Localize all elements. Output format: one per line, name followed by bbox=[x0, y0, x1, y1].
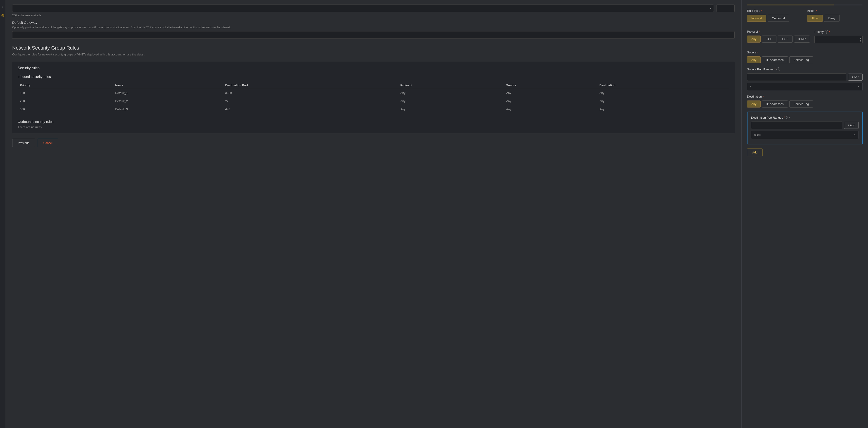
cell-source: Any bbox=[504, 89, 597, 97]
source-buttons: Any IP Addresses Service Tag bbox=[747, 56, 863, 63]
section-title: Network Security Group Rules bbox=[12, 45, 735, 51]
section-desc: Configure the rules for network security… bbox=[12, 53, 735, 56]
action-label: Action * bbox=[807, 9, 863, 12]
dest-port-input[interactable] bbox=[751, 121, 842, 129]
default-gateway-desc: Optionally provide the address of the ga… bbox=[12, 26, 735, 29]
source-port-add-button[interactable]: + Add bbox=[848, 74, 863, 81]
protocol-buttons: Any TCP UCP ICMP bbox=[747, 35, 810, 42]
cell-priority: 200 bbox=[18, 97, 113, 105]
cell-priority: 100 bbox=[18, 89, 113, 97]
source-required: * bbox=[757, 51, 758, 54]
main-content: ▾ 0 256 addresses available Default Gate… bbox=[5, 0, 741, 428]
btn-ucp[interactable]: UCP bbox=[778, 35, 793, 42]
previous-button[interactable]: Previous bbox=[12, 139, 35, 147]
dest-port-tag: 8080 × bbox=[751, 131, 859, 139]
dest-port-tag-remove[interactable]: × bbox=[854, 133, 856, 137]
inbound-rules-table: Priority Name Destination Port Protocol … bbox=[18, 82, 729, 113]
priority-input[interactable]: 400 bbox=[814, 36, 863, 43]
dest-port-info-icon[interactable]: i bbox=[786, 116, 789, 119]
source-port-input-row: + Add bbox=[747, 73, 863, 81]
cell-source: Any bbox=[504, 105, 597, 113]
destination-required: * bbox=[763, 95, 764, 98]
source-label: Source * bbox=[747, 51, 863, 54]
btn-any-protocol[interactable]: Any bbox=[747, 35, 761, 42]
btn-source-tag[interactable]: Service Tag bbox=[789, 56, 813, 63]
source-port-ranges-section: Source Port Ranges * i + Add * × bbox=[747, 67, 863, 91]
btn-outbound[interactable]: Outbound bbox=[768, 15, 789, 22]
cell-dest-port: 443 bbox=[223, 105, 398, 113]
col-destination: Destination bbox=[597, 82, 729, 89]
rule-type-action-row: Rule Type * Inbound Outbound Action * Al… bbox=[747, 9, 863, 26]
action-buttons: Allow Deny bbox=[807, 15, 863, 22]
number-input[interactable]: 0 bbox=[716, 4, 735, 12]
col-protocol: Protocol bbox=[398, 82, 504, 89]
btn-dest-tag[interactable]: Service Tag bbox=[789, 101, 813, 108]
protocol-priority-row: Protocol * Any TCP UCP ICMP Priority i *… bbox=[747, 30, 863, 47]
gateway-input[interactable] bbox=[12, 31, 735, 39]
destination-section: Destination * Any IP Addresses Service T… bbox=[747, 95, 863, 108]
col-dest-port: Destination Port bbox=[223, 82, 398, 89]
security-rules-container: Security rules Inbound security rules Pr… bbox=[12, 62, 735, 133]
btn-dest-ip[interactable]: IP Addresses bbox=[762, 101, 788, 108]
cancel-button[interactable]: Cancel bbox=[38, 139, 58, 147]
security-rules-title: Security rules bbox=[18, 66, 729, 70]
addresses-hint: 256 addresses available bbox=[12, 14, 735, 17]
priority-up-icon[interactable]: ▲ bbox=[860, 37, 862, 39]
cell-name: Default_2 bbox=[113, 97, 223, 105]
btn-deny[interactable]: Deny bbox=[824, 15, 839, 22]
col-priority: Priority bbox=[18, 82, 113, 89]
outbound-section-title: Outbound security rules bbox=[18, 120, 729, 123]
default-gateway-label: Default Gateway bbox=[12, 21, 735, 24]
progress-bar bbox=[747, 4, 863, 5]
cell-destination: Any bbox=[597, 89, 729, 97]
bottom-buttons: Previous Cancel bbox=[12, 139, 735, 147]
btn-inbound[interactable]: Inbound bbox=[747, 15, 766, 22]
priority-input-wrapper: 400 ▲ ▼ bbox=[814, 36, 863, 43]
dest-port-tag-value: 8080 bbox=[754, 133, 761, 137]
cell-protocol: Any bbox=[398, 97, 504, 105]
source-port-tag-remove[interactable]: × bbox=[858, 85, 860, 89]
dest-port-add-button[interactable]: + Add bbox=[844, 122, 859, 129]
source-port-info-icon[interactable]: i bbox=[776, 67, 780, 71]
table-row: 200 Default_2 22 Any Any Any bbox=[18, 97, 729, 105]
protocol-label: Protocol * bbox=[747, 30, 810, 33]
subnet-select[interactable] bbox=[12, 4, 714, 12]
dest-port-label: Destination Port Ranges * i bbox=[751, 116, 859, 119]
rule-type-label: Rule Type * bbox=[747, 9, 803, 12]
priority-spinners: ▲ ▼ bbox=[860, 37, 862, 42]
btn-source-any[interactable]: Any bbox=[747, 56, 761, 63]
btn-tcp[interactable]: TCP bbox=[762, 35, 776, 42]
inbound-section-title: Inbound security rules bbox=[18, 75, 729, 79]
source-section: Source * Any IP Addresses Service Tag bbox=[747, 51, 863, 63]
protocol-col: Protocol * Any TCP UCP ICMP bbox=[747, 30, 810, 47]
col-name: Name bbox=[113, 82, 223, 89]
no-rules-text: There are no rules bbox=[18, 125, 729, 129]
source-port-required: * bbox=[774, 68, 776, 71]
priority-info-icon[interactable]: i bbox=[825, 30, 828, 33]
add-icon[interactable]: ⊕ bbox=[1, 13, 4, 18]
cell-name: Default_3 bbox=[113, 105, 223, 113]
btn-icmp[interactable]: ICMP bbox=[794, 35, 810, 42]
chevron-right-icon[interactable]: › bbox=[2, 4, 3, 9]
dest-port-required: * bbox=[784, 116, 785, 119]
source-port-input[interactable] bbox=[747, 73, 846, 81]
add-rule-button[interactable]: Add bbox=[747, 148, 763, 156]
priority-required: * bbox=[829, 30, 830, 33]
priority-col: Priority i * 400 ▲ ▼ bbox=[814, 30, 863, 47]
btn-dest-any[interactable]: Any bbox=[747, 101, 761, 108]
dest-port-input-row: + Add bbox=[751, 121, 859, 129]
priority-label: Priority i * bbox=[814, 30, 863, 33]
priority-down-icon[interactable]: ▼ bbox=[860, 39, 862, 42]
cell-name: Default_1 bbox=[113, 89, 223, 97]
btn-allow[interactable]: Allow bbox=[807, 15, 823, 22]
rule-type-required: * bbox=[761, 9, 762, 12]
cell-dest-port: 22 bbox=[223, 97, 398, 105]
destination-buttons: Any IP Addresses Service Tag bbox=[747, 101, 863, 108]
protocol-required: * bbox=[759, 30, 760, 33]
btn-source-ip[interactable]: IP Addresses bbox=[762, 56, 788, 63]
action-required: * bbox=[816, 9, 817, 12]
rule-type-buttons: Inbound Outbound bbox=[747, 15, 803, 22]
table-row: 300 Default_3 443 Any Any Any bbox=[18, 105, 729, 113]
sidebar-toggle[interactable]: › ⊕ bbox=[0, 0, 5, 428]
cell-protocol: Any bbox=[398, 105, 504, 113]
